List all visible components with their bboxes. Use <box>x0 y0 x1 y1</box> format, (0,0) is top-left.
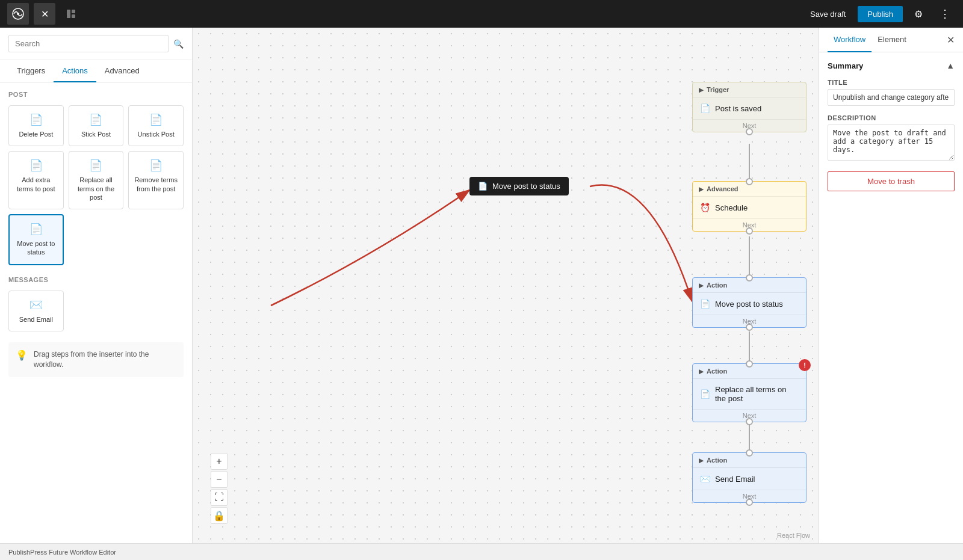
action-move-arrow-icon: ▶ <box>699 282 704 289</box>
search-input[interactable] <box>8 35 169 52</box>
action-replace-header-text: Action <box>707 368 727 375</box>
tip-icon: 💡 <box>16 349 28 361</box>
action-email-header-text: Action <box>707 457 727 464</box>
action-move-bottom-connector <box>746 324 753 331</box>
action-email-body-icon: ✉️ <box>700 474 710 484</box>
tip-text: Drag steps from the inserter into the wo… <box>34 349 176 370</box>
remove-terms-label: Remove terms from the post <box>134 176 178 193</box>
layout-button[interactable] <box>60 3 82 25</box>
replace-terms-icon: 📄 <box>89 159 102 172</box>
title-input[interactable] <box>828 89 955 106</box>
canvas-area[interactable]: 📄 Move post to status ▶ Trigger 📄 Post i… <box>193 28 819 560</box>
advanced-arrow-icon: ▶ <box>699 186 704 192</box>
messages-actions-grid: ✉️ Send Email <box>8 291 184 331</box>
action-item-replace-terms[interactable]: 📄 Replace all terms on the post <box>69 151 124 209</box>
move-post-icon: 📄 <box>29 223 43 236</box>
action-replace-arrow-icon: ▶ <box>699 368 704 375</box>
description-textarea[interactable]: Move the post to draft and add a categor… <box>828 125 955 161</box>
action-replace-terms-node[interactable]: ! ▶ Action 📄 Replace all terms on the po… <box>692 363 807 422</box>
remove-terms-icon: 📄 <box>149 159 163 172</box>
topbar: ✕ Save draft Publish ⚙ ⋮ <box>0 0 963 28</box>
lock-button[interactable]: 🔒 <box>211 507 228 524</box>
stick-post-icon: 📄 <box>89 113 102 126</box>
action-item-stick-post[interactable]: 📄 Stick Post <box>69 105 124 146</box>
tabs-row: Triggers Actions Advanced <box>0 60 192 82</box>
add-terms-icon: 📄 <box>29 159 43 172</box>
action-move-body-icon: 📄 <box>700 299 710 309</box>
action-item-unstick-post[interactable]: 📄 Unstick Post <box>128 105 184 146</box>
tab-actions[interactable]: Actions <box>54 60 96 82</box>
right-panel: Workflow Element ✕ Summary ▲ TITLE DESCR… <box>819 28 963 560</box>
section-label-messages: MESSAGES <box>8 276 184 283</box>
summary-title: Summary <box>828 61 863 70</box>
add-terms-label: Add extra terms to post <box>14 176 58 193</box>
action-replace-top-connector <box>746 360 753 368</box>
unstick-post-label: Unstick Post <box>138 130 175 138</box>
right-panel-tabs: Workflow Element ✕ <box>819 28 963 52</box>
tab-element[interactable]: Element <box>872 28 912 52</box>
wp-logo <box>7 3 29 25</box>
trigger-node-body: 📄 Post is saved <box>693 97 806 119</box>
action-email-arrow-icon: ▶ <box>699 457 704 464</box>
action-item-move-post[interactable]: 📄 Move post to status <box>8 214 64 265</box>
more-options-button[interactable]: ⋮ <box>934 3 956 25</box>
trigger-node[interactable]: ▶ Trigger 📄 Post is saved Next <box>692 82 807 132</box>
zoom-in-button[interactable]: + <box>211 453 228 470</box>
post-actions-grid: 📄 Delete Post 📄 Stick Post 📄 Unstick Pos… <box>8 105 184 265</box>
main-layout: 🔍 Triggers Actions Advanced POST 📄 Delet… <box>0 28 963 560</box>
tab-advanced[interactable]: Advanced <box>96 60 148 82</box>
svg-rect-2 <box>67 10 70 18</box>
publish-button[interactable]: Publish <box>858 6 903 22</box>
advanced-body-icon: ⏰ <box>700 203 710 212</box>
action-item-remove-terms[interactable]: 📄 Remove terms from the post <box>128 151 184 209</box>
action-move-header-text: Action <box>707 282 727 289</box>
action-replace-node-body: 📄 Replace all terms on the post <box>693 379 806 409</box>
section-label-post: POST <box>8 91 184 98</box>
action-email-node-body: ✉️ Send Email <box>693 468 806 490</box>
tab-triggers[interactable]: Triggers <box>8 60 54 82</box>
summary-collapse-button[interactable]: ▲ <box>946 61 955 70</box>
right-panel-content: Summary ▲ TITLE DESCRIPTION Move the pos… <box>819 52 963 560</box>
action-send-email-node[interactable]: ▶ Action ✉️ Send Email Next <box>692 452 807 503</box>
delete-post-label: Delete Post <box>19 130 53 138</box>
tip-box: 💡 Drag steps from the inserter into the … <box>8 342 184 377</box>
action-replace-body-text: Replace all terms on the post <box>715 385 799 403</box>
action-item-delete-post[interactable]: 📄 Delete Post <box>8 105 64 146</box>
close-button[interactable]: ✕ <box>34 3 55 25</box>
search-icon[interactable]: 🔍 <box>173 39 184 49</box>
action-email-body-text: Send Email <box>715 475 755 484</box>
action-replace-bottom-connector <box>746 418 753 425</box>
left-sidebar: 🔍 Triggers Actions Advanced POST 📄 Delet… <box>0 28 193 560</box>
replace-terms-label: Replace all terms on the post <box>74 176 119 202</box>
advanced-body-text: Schedule <box>715 203 748 212</box>
move-post-label: Move post to status <box>14 239 58 257</box>
send-email-icon: ✉️ <box>29 298 43 312</box>
action-replace-body-icon: 📄 <box>700 389 710 399</box>
zoom-out-button[interactable]: − <box>211 471 228 488</box>
tooltip-text: Move post to status <box>492 182 560 191</box>
title-field-label: TITLE <box>828 79 955 86</box>
action-move-top-connector <box>746 274 753 282</box>
move-to-trash-button[interactable]: Move to trash <box>828 171 955 191</box>
trigger-body-icon: 📄 <box>700 103 710 113</box>
advanced-node[interactable]: ▶ Advanced ⏰ Schedule Next <box>692 181 807 232</box>
fit-view-button[interactable]: ⛶ <box>211 489 228 506</box>
right-panel-close-button[interactable]: ✕ <box>947 34 955 46</box>
tab-workflow[interactable]: Workflow <box>828 28 872 52</box>
trigger-bottom-connector <box>746 128 753 135</box>
zoom-controls: + − ⛶ 🔒 <box>211 453 228 524</box>
floating-tooltip: 📄 Move post to status <box>469 177 569 195</box>
action-move-post-node[interactable]: ▶ Action 📄 Move post to status Next <box>692 277 807 328</box>
advanced-node-body: ⏰ Schedule <box>693 197 806 218</box>
delete-post-icon: 📄 <box>29 113 43 126</box>
action-item-send-email[interactable]: ✉️ Send Email <box>8 291 64 331</box>
save-draft-button[interactable]: Save draft <box>803 6 853 22</box>
tooltip-icon: 📄 <box>478 182 488 191</box>
react-flow-credit: React Flow <box>777 532 810 539</box>
action-item-add-terms[interactable]: 📄 Add extra terms to post <box>8 151 64 209</box>
svg-rect-4 <box>72 14 75 18</box>
summary-header: Summary ▲ <box>828 61 955 70</box>
send-email-label: Send Email <box>19 315 53 324</box>
settings-button[interactable]: ⚙ <box>908 3 929 25</box>
advanced-top-connector <box>746 178 753 185</box>
